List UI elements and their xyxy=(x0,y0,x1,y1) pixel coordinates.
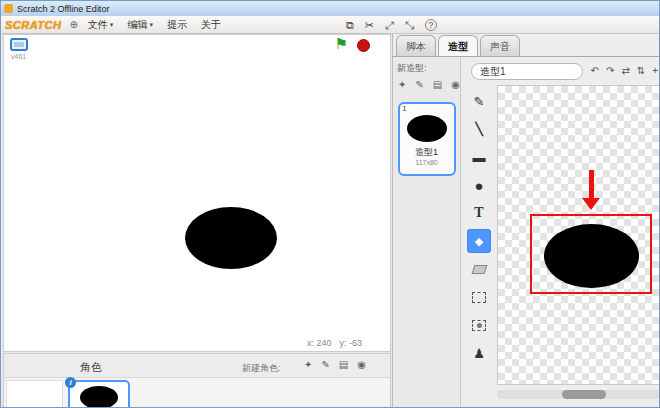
sprite-thumbnail-selected[interactable]: i xyxy=(68,380,130,408)
menubar: SCRATCH ⊕ 文件 ▾ 编辑 ▾ 提示 关于 ⧉ ✂ ⤢ ⤡ ? xyxy=(1,16,660,34)
add-icon[interactable]: + xyxy=(652,65,658,76)
cursor-toolbar: ⧉ ✂ ⤢ ⤡ ? xyxy=(346,16,437,34)
menu-edit[interactable]: 编辑 ▾ xyxy=(127,18,153,32)
eraser-icon xyxy=(471,265,487,274)
scrollbar-thumb[interactable] xyxy=(562,390,606,399)
sprite-thumb-ellipse xyxy=(80,386,118,408)
sprite-panel: 角色 新建角色: ✦ ✎ ▤ ◉ i xyxy=(3,353,391,408)
brush-tool[interactable]: ✎ xyxy=(467,89,491,113)
costume-list: 新造型: ✦ ✎ ▤ ◉ 1 造型1 117x80 xyxy=(393,57,461,408)
stage-sprite-ellipse[interactable] xyxy=(185,207,277,269)
sprite-info-icon[interactable]: i xyxy=(65,377,76,388)
flip-horizontal-icon[interactable]: ⇄ xyxy=(621,65,629,76)
paint-sprite-icon[interactable]: ✎ xyxy=(321,359,329,370)
editor-tabs: 脚本 造型 声音 xyxy=(396,35,522,56)
new-costume-buttons: ✦ ✎ ▤ ◉ xyxy=(398,79,460,90)
chevron-down-icon: ▾ xyxy=(110,21,114,29)
line-tool[interactable]: ╲ xyxy=(467,117,491,141)
eraser-tool[interactable] xyxy=(467,257,491,281)
paint-editor: ↶ ↷ ⇄ ⇅ + ✎ ╲ ▬ ● T ◆ ♟ xyxy=(461,57,660,408)
select-tool[interactable] xyxy=(467,285,491,309)
costume-name: 造型1 xyxy=(400,146,454,159)
tab-sounds[interactable]: 声音 xyxy=(480,35,520,56)
costume-thumb-ellipse xyxy=(407,115,447,142)
camera-costume-icon[interactable]: ◉ xyxy=(451,79,460,90)
annotation-arrow-shaft xyxy=(589,170,594,200)
window-title: Scratch 2 Offline Editor xyxy=(17,4,109,14)
menu-tips-label: 提示 xyxy=(167,18,187,32)
costume-name-input[interactable] xyxy=(471,63,583,80)
paint-costume-icon[interactable]: ✎ xyxy=(415,79,423,90)
new-sprite-buttons: ✦ ✎ ▤ ◉ xyxy=(304,359,366,370)
coord-x: x: 240 xyxy=(307,338,332,348)
menu-file-label: 文件 xyxy=(88,18,108,32)
tab-scripts[interactable]: 脚本 xyxy=(396,35,436,56)
ellipse-tool[interactable]: ● xyxy=(467,173,491,197)
annotation-arrow-icon xyxy=(582,198,600,210)
coord-y: y: -63 xyxy=(339,338,362,348)
shrink-icon[interactable]: ⤡ xyxy=(405,20,414,31)
costume-item-selected[interactable]: 1 造型1 117x80 xyxy=(398,102,456,176)
sprite-panel-title: 角色 xyxy=(80,360,102,375)
text-tool[interactable]: T xyxy=(467,201,491,225)
rectangle-tool[interactable]: ▬ xyxy=(467,145,491,169)
stage-thumbnail[interactable] xyxy=(6,380,63,408)
upload-costume-icon[interactable]: ▤ xyxy=(433,79,442,90)
fill-tool[interactable]: ◆ xyxy=(467,229,491,253)
menu-edit-label: 编辑 xyxy=(127,18,147,32)
redo-icon[interactable]: ↷ xyxy=(606,65,614,76)
scratch-logo[interactable]: SCRATCH xyxy=(5,19,61,31)
fullscreen-icon[interactable] xyxy=(10,38,28,51)
paint-tools: ✎ ╲ ▬ ● T ◆ ♟ xyxy=(464,89,494,365)
green-flag-icon[interactable]: ⚑ xyxy=(335,36,348,51)
costume-index: 1 xyxy=(403,105,407,112)
menu-about-label: 关于 xyxy=(201,18,221,32)
help-icon[interactable]: ? xyxy=(425,19,437,31)
costume-library-icon[interactable]: ✦ xyxy=(398,79,406,90)
duplicate-icon[interactable]: ⧉ xyxy=(346,20,354,31)
new-costume-label: 新造型: xyxy=(397,62,460,75)
app-icon xyxy=(4,4,13,13)
upload-sprite-icon[interactable]: ▤ xyxy=(339,359,348,370)
menu-about[interactable]: 关于 xyxy=(201,18,221,32)
magic-select-icon xyxy=(472,320,486,331)
fullscreen-inner xyxy=(14,42,24,47)
paint-top-toolbar: ↶ ↷ ⇄ ⇅ + xyxy=(591,65,658,76)
menu-tips[interactable]: 提示 xyxy=(167,18,187,32)
stamp-tool[interactable]: ♟ xyxy=(467,341,491,365)
canvas-ellipse[interactable] xyxy=(544,224,639,288)
new-sprite-label: 新建角色: xyxy=(242,362,281,375)
mouse-coordinates: x: 240 y: -63 xyxy=(307,338,362,348)
canvas-horizontal-scrollbar[interactable] xyxy=(497,390,660,399)
tab-costumes[interactable]: 造型 xyxy=(438,35,478,56)
version-label: v461 xyxy=(11,53,26,60)
magic-select-tool[interactable] xyxy=(467,313,491,337)
select-icon xyxy=(472,292,486,303)
menu-file[interactable]: 文件 ▾ xyxy=(88,18,114,32)
titlebar: Scratch 2 Offline Editor xyxy=(1,1,660,16)
sprite-library-icon[interactable]: ✦ xyxy=(304,359,312,370)
undo-icon[interactable]: ↶ xyxy=(591,65,599,76)
editor-panel: 脚本 造型 声音 新造型: ✦ ✎ ▤ ◉ 1 造型1 117x80 xyxy=(392,34,660,408)
flip-vertical-icon[interactable]: ⇅ xyxy=(637,65,645,76)
language-icon[interactable]: ⊕ xyxy=(69,19,77,30)
delete-icon[interactable]: ✂ xyxy=(365,20,374,31)
grow-icon[interactable]: ⤢ xyxy=(385,20,394,31)
sprite-header: 角色 新建角色: ✦ ✎ ▤ ◉ xyxy=(4,354,390,378)
paint-canvas[interactable] xyxy=(497,85,660,385)
chevron-down-icon: ▾ xyxy=(149,21,153,29)
stage: v461 ⚑ x: 240 y: -63 xyxy=(3,34,391,352)
scratch-window: Scratch 2 Offline Editor SCRATCH ⊕ 文件 ▾ … xyxy=(0,0,660,408)
costume-size: 117x80 xyxy=(400,159,454,166)
camera-sprite-icon[interactable]: ◉ xyxy=(357,359,366,370)
stop-icon[interactable] xyxy=(357,39,370,52)
